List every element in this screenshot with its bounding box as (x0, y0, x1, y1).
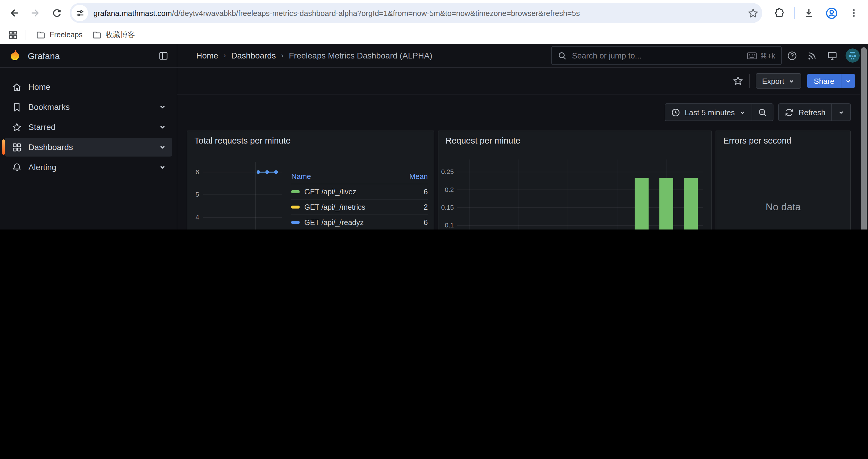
sidebar-item-alerting[interactable]: Alerting (5, 158, 172, 177)
favorite-star-icon[interactable] (733, 76, 743, 86)
share-label[interactable]: Share (807, 74, 841, 88)
series-swatch (291, 191, 300, 193)
zoom-out-button[interactable] (752, 104, 773, 121)
svg-text:5: 5 (195, 191, 199, 198)
bookmarks-divider (25, 30, 25, 40)
breadcrumb-dashboards[interactable]: Dashboards (231, 51, 276, 60)
help-icon[interactable] (782, 51, 802, 61)
chevron-down-icon[interactable] (159, 164, 166, 171)
brand-title: Grafana (28, 51, 158, 61)
sidebar-item-label: Starred (28, 122, 159, 132)
svg-text:0.25: 0.25 (441, 168, 454, 175)
bookmark-folder-blogs[interactable]: 收藏博客 (87, 28, 140, 42)
chevron-down-icon[interactable] (159, 103, 166, 110)
browser-toolbar: grafana.mathmast.com/d/deytv4rwavabkb/fr… (0, 0, 868, 26)
url-path: /d/deytv4rwavabkb/freeleaps-metrics-dash… (172, 8, 580, 18)
legend-column-header[interactable]: Name (291, 172, 401, 181)
export-button[interactable]: Export (755, 73, 801, 89)
time-range-picker[interactable]: Last 5 minutes (665, 104, 752, 121)
sidebar-item-label: Bookmarks (28, 102, 159, 112)
search-placeholder: Search or jump to... (572, 51, 747, 60)
page-scrollbar[interactable] (860, 44, 868, 230)
search-icon (558, 51, 567, 60)
refresh-icon (785, 108, 794, 117)
user-avatar[interactable] (845, 48, 860, 63)
scrollbar-thumb[interactable] (861, 47, 867, 230)
refresh-label: Refresh (799, 108, 826, 117)
legend-row[interactable]: GET /api/_/livez6 (291, 184, 428, 200)
chevron-down-icon[interactable] (159, 143, 166, 151)
browser-menu-icon[interactable] (845, 5, 862, 21)
bookmark-star-icon[interactable] (747, 7, 759, 19)
toolbar-divider (794, 7, 795, 19)
svg-text:6: 6 (195, 168, 199, 176)
actions-divider (749, 74, 749, 88)
sidebar-item-label: Alerting (28, 162, 159, 172)
profile-icon[interactable] (823, 5, 840, 21)
panel-total-requests[interactable]: Total requests per minute 6543217:40 Nam… (187, 131, 434, 230)
refresh-interval-button[interactable] (831, 104, 850, 121)
apps-grid-icon[interactable] (6, 28, 20, 42)
home-icon (12, 82, 22, 92)
extensions-icon[interactable] (771, 5, 787, 21)
clock-icon (671, 108, 680, 117)
folder-icon (36, 30, 45, 40)
folder-icon (92, 30, 101, 40)
breadcrumb-separator: › (281, 52, 284, 60)
url-bar[interactable]: grafana.mathmast.com/d/deytv4rwavabkb/fr… (70, 3, 762, 23)
sidebar-item-home[interactable]: Home (5, 77, 172, 96)
bookmarks-bar: Freeleaps 收藏博客 (0, 26, 868, 44)
search-input[interactable]: Search or jump to... ⌘+k (551, 46, 782, 65)
share-menu-button[interactable] (841, 74, 855, 88)
bell-icon (12, 162, 22, 172)
refresh-button[interactable]: Refresh (779, 104, 831, 121)
sidebar: Grafana Home Bookmarks Starred (0, 44, 177, 230)
series-swatch (291, 206, 300, 208)
star-icon (12, 122, 22, 132)
news-icon[interactable] (802, 51, 822, 61)
zoom-out-icon (758, 108, 767, 117)
panel-errors-per-second[interactable]: Errors per second No data (716, 131, 851, 230)
sidebar-item-bookmarks[interactable]: Bookmarks (5, 97, 172, 117)
legend-table[interactable]: NameMeanGET /api/_/livez6GET /api/_/metr… (291, 171, 428, 230)
reload-icon[interactable] (49, 5, 65, 21)
legend-row[interactable]: GET /api/_/readyz6 (291, 215, 428, 230)
panel-title[interactable]: Request per minute (438, 131, 711, 145)
panel-title[interactable]: Errors per second (716, 131, 850, 145)
breadcrumb-home[interactable]: Home (196, 51, 218, 60)
back-icon[interactable] (6, 5, 23, 21)
dock-sidebar-icon[interactable] (158, 51, 168, 61)
sidebar-nav: Home Bookmarks Starred Dashboards (0, 68, 177, 177)
grafana-logo-icon[interactable] (8, 49, 21, 62)
sidebar-header: Grafana (0, 44, 177, 68)
kiosk-mode-icon[interactable] (822, 51, 842, 61)
svg-text:0.2: 0.2 (445, 186, 454, 193)
bookmark-label: Freeleaps (50, 31, 83, 39)
sidebar-item-starred[interactable]: Starred (5, 118, 172, 136)
chevron-down-icon (788, 78, 795, 84)
sidebar-item-dashboards[interactable]: Dashboards (5, 138, 172, 157)
time-range-group: Last 5 minutes (665, 103, 774, 121)
screen: grafana.mathmast.com/d/deytv4rwavabkb/fr… (0, 0, 868, 230)
keyboard-icon (747, 52, 757, 59)
time-range-label: Last 5 minutes (685, 108, 735, 117)
downloads-icon[interactable] (801, 5, 817, 21)
chevron-down-icon (845, 78, 851, 84)
grafana-app: Grafana Home Bookmarks Starred (0, 44, 868, 230)
svg-text:0.15: 0.15 (441, 204, 454, 211)
sidebar-item-label: Home (28, 82, 166, 92)
share-button[interactable]: Share (807, 74, 855, 88)
panel-request-per-minute[interactable]: Request per minute 0.250.20.150.10.05017… (438, 131, 712, 230)
url-text[interactable]: grafana.mathmast.com/d/deytv4rwavabkb/fr… (93, 8, 747, 18)
bookmark-folder-freeleaps[interactable]: Freeleaps (31, 28, 87, 42)
bookmark-icon (12, 102, 22, 112)
breadcrumb-separator: › (224, 52, 226, 60)
breadcrumb: Home › Dashboards › Freeleaps Metrics Da… (196, 51, 432, 60)
site-settings-icon[interactable] (71, 5, 88, 21)
chevron-down-icon[interactable] (159, 124, 166, 131)
forward-icon[interactable] (27, 5, 44, 21)
legend-row[interactable]: GET /api/_/metrics2 (291, 200, 428, 215)
panel-title[interactable]: Total requests per minute (187, 131, 434, 145)
legend-column-header[interactable]: Mean (401, 172, 428, 181)
dashboard-actions: Export Share (177, 68, 868, 95)
